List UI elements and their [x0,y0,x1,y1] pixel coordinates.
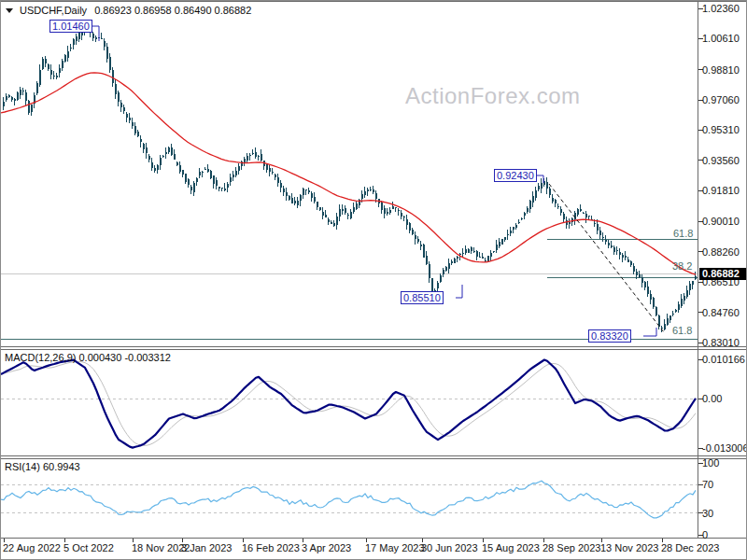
price-callout-high-1[interactable]: 1.01460 [49,20,92,33]
date-axis-label: 30 Jun 2023 [421,542,478,553]
rsi-indicator-label: RSI(14) 60.9943 [5,461,80,472]
chart-header: USDCHF,Daily 0.86923 0.86958 0.86490 0.8… [6,5,251,16]
chart-canvas[interactable] [1,1,747,560]
date-axis-label: 28 Sep 2023 [543,542,600,553]
price-axis-label: 1.00610 [702,33,740,44]
date-axis-label: 5 Oct 2022 [63,542,114,553]
date-axis-label: 28 Dec 2023 [661,542,719,553]
fib-level-label-618-lower: 61.8 [672,325,692,336]
current-price-tag: 0.86882 [699,268,747,280]
macd-axis-label: -0.013006 [702,442,747,454]
rsi-axis-label: 70 [702,479,713,490]
price-axis-label: 0.83010 [702,337,740,348]
date-axis-label: 16 Feb 2023 [242,542,300,553]
price-callout-low-2[interactable]: 0.83320 [588,329,631,343]
price-callout-high-2[interactable]: 0.92430 [494,169,537,182]
date-axis-label: 3 Jan 2023 [181,542,232,553]
rsi-axis-label: 30 [702,508,713,519]
price-axis-label: 0.90010 [702,216,740,227]
chart-window: USDCHF,Daily 0.86923 0.86958 0.86490 0.8… [0,0,747,560]
fib-level-label-618-upper: 61.8 [673,228,693,239]
date-axis-label: 13 Nov 2023 [600,542,658,553]
ohlc-values: 0.86923 0.86958 0.86490 0.86882 [94,5,251,16]
date-axis-label: 17 May 2023 [365,542,425,553]
date-axis-label: 15 Aug 2023 [482,542,540,553]
fib-level-label-382: 38.2 [672,260,692,272]
price-axis-label: 0.88260 [702,246,740,258]
price-axis-label: 0.84760 [702,307,740,318]
rsi-axis-label: 100 [702,457,719,469]
price-axis-label: 0.93560 [702,155,740,166]
date-axis-label: 3 Apr 2023 [302,542,351,553]
macd-axis-label: 0.010166 [702,354,745,365]
rsi-axis-label: 0 [702,529,708,540]
macd-indicator-label: MACD(12,26,9) 0.000430 -0.003312 [5,352,171,363]
date-axis-label: 22 Aug 2022 [3,542,61,553]
symbol-timeframe-label: USDCHF,Daily [20,5,87,16]
price-callout-low-1[interactable]: 0.85510 [401,291,444,304]
price-axis-label: 0.98810 [702,64,740,76]
price-axis-label: 0.95310 [702,124,740,135]
price-axis-label: 0.91810 [702,185,740,196]
price-axis-label: 1.02360 [702,3,740,14]
macd-axis-label: 0.00 [702,393,722,404]
collapse-arrow-icon[interactable] [6,8,13,13]
price-axis-label: 0.97060 [702,94,740,105]
